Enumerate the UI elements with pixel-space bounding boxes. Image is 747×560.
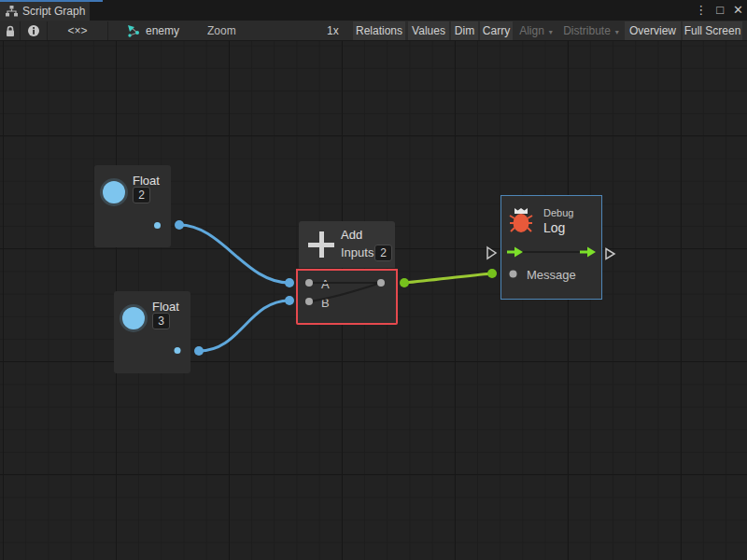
button-label: Align [519,24,544,37]
plus-icon [308,231,334,258]
code-view-button[interactable]: <×> [48,21,107,40]
values-toggle[interactable]: Values [408,21,449,40]
distribute-dropdown[interactable]: Distribute ▾ [559,21,623,40]
relations-toggle[interactable]: Relations [353,21,405,40]
add-node-header[interactable]: Add Inputs 2 [299,221,395,268]
overview-button[interactable]: Overview [625,21,681,40]
float-node-2[interactable]: Float 3 [114,291,190,373]
script-graph-asset-icon [127,24,140,37]
lock-button[interactable] [0,21,20,40]
button-label: Distribute [563,24,611,37]
button-label: Full Screen [684,24,741,37]
info-icon [27,24,40,37]
add-node-body-highlighted[interactable]: A B [296,269,398,325]
float-value-input[interactable]: 2 [133,187,150,203]
debug-log-node[interactable]: Debug Log Message [500,195,602,300]
inputs-count-input[interactable]: 2 [374,245,392,261]
info-button[interactable] [21,21,47,40]
float-node-1[interactable]: Float 2 [94,165,171,247]
node-title: Add [341,228,362,242]
breadcrumb[interactable]: enemy [127,21,192,40]
float-value-input[interactable]: 3 [152,313,170,329]
graph-toolbar: <×> enemy Zoom 1x Relations Values Dim C… [0,21,747,41]
chevron-down-icon: ▾ [615,28,619,36]
bug-icon [509,205,533,235]
carry-toggle[interactable]: Carry [480,21,513,40]
code-icon: <×> [67,24,87,37]
script-graph-window: Script Graph ⋮ □ ✕ <×> [0,0,747,560]
dim-toggle[interactable]: Dim [451,21,478,40]
button-label: Relations [356,24,402,37]
tab-bar: Script Graph ⋮ □ ✕ [0,0,747,21]
breadcrumb-label: enemy [146,24,179,37]
zoom-label: Zoom [207,21,236,40]
node-title: Log [543,220,565,235]
maximize-icon[interactable]: □ [716,0,724,21]
tab-title: Script Graph [22,5,85,18]
button-label: Overview [629,24,676,37]
node-title: Float [152,300,179,314]
window-menu-icon[interactable]: ⋮ [695,0,707,21]
align-dropdown[interactable]: Align ▾ [514,21,557,40]
zoom-level: 1x [327,21,339,40]
full-screen-button[interactable]: Full Screen [683,21,742,40]
float-type-icon [122,307,145,329]
float-type-icon [103,181,125,203]
port-b-label: B [321,296,330,310]
graph-hierarchy-icon [6,6,18,17]
inputs-label: Inputs [341,245,374,259]
lock-icon [5,25,16,37]
message-port-label: Message [527,268,576,282]
toolbar-separator [107,21,108,40]
button-label: Carry [483,24,510,37]
node-category: Debug [543,207,573,218]
tab-script-graph[interactable]: Script Graph [0,2,90,21]
port-a-label: A [321,277,330,291]
close-icon[interactable]: ✕ [733,0,743,21]
button-label: Values [412,24,445,37]
node-title: Float [133,174,160,188]
window-controls: ⋮ □ ✕ [695,0,743,21]
button-label: Dim [455,24,474,37]
chevron-down-icon: ▾ [549,28,553,36]
